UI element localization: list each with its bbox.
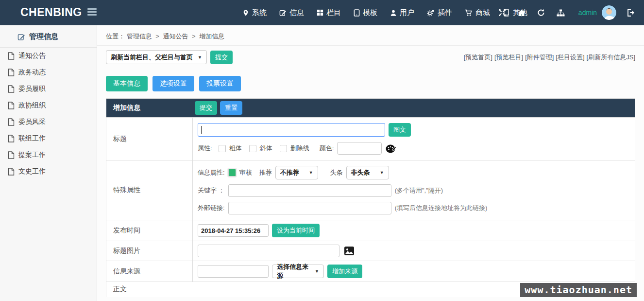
- menu-item-columns[interactable]: 栏目: [317, 8, 341, 18]
- menu-label: 模板: [363, 8, 377, 18]
- file-icon: [8, 102, 15, 109]
- edit-icon: [279, 9, 287, 17]
- refresh-submit-button[interactable]: 提交: [210, 51, 233, 64]
- link-attachment-manage[interactable]: [附件管理]: [525, 53, 554, 62]
- manage-edit-icon: [17, 33, 25, 41]
- row-special-attrs: 特殊属性 信息属性: 审核 推荐 不推荐 ▼ 头条 非头条 ▼: [106, 160, 635, 220]
- avatar[interactable]: [602, 5, 616, 20]
- select-arrow-icon: ▼: [198, 55, 202, 60]
- file-icon: [8, 69, 15, 76]
- select-arrow-icon: ▼: [309, 170, 313, 175]
- file-icon: [8, 135, 15, 142]
- menu-item-shop[interactable]: 商城: [465, 8, 490, 18]
- menu-item-system[interactable]: 系统: [242, 8, 267, 18]
- menu-label: 商城: [475, 8, 490, 18]
- sidebar-item-proposal-work[interactable]: 提案工作: [0, 147, 97, 163]
- audit-checkbox[interactable]: [228, 169, 236, 177]
- strike-checkbox[interactable]: [280, 145, 287, 152]
- sidebar-item-group-work[interactable]: 联组工作: [0, 130, 97, 147]
- refresh-scope-select[interactable]: 刷新当前栏目、父栏目与首页 ▼: [106, 50, 207, 64]
- image-text-button[interactable]: 图文: [389, 123, 411, 137]
- text-caret: [201, 126, 202, 134]
- sidebar-item-history-work[interactable]: 文史工作: [0, 163, 97, 180]
- fullscreen-icon[interactable]: [498, 9, 506, 17]
- sidebar-item-cppcc-org[interactable]: 政协组织: [0, 97, 97, 114]
- tab-option-settings[interactable]: 选项设置: [153, 76, 194, 91]
- headline-value: 非头条: [351, 168, 370, 177]
- link-refresh-all-js[interactable]: [刷新所有信息JS]: [587, 53, 635, 62]
- breadcrumb-part[interactable]: 通知公告: [163, 33, 188, 40]
- breadcrumb: 位置： 管理信息 > 通知公告 > 增加信息: [97, 25, 644, 46]
- external-link-hint: (填写后信息连接地址将为此链接): [395, 204, 488, 212]
- title-image-label: 标题图片: [106, 241, 193, 261]
- strike-label: 删除线: [290, 144, 309, 153]
- grid-icon: [317, 9, 323, 16]
- file-icon: [8, 85, 15, 93]
- palette-icon[interactable]: [385, 143, 397, 154]
- sidebar-item-label: 通知公告: [18, 52, 46, 60]
- sitemap-icon[interactable]: [557, 9, 565, 17]
- italic-checkbox[interactable]: [249, 145, 256, 152]
- link-preview-column[interactable]: [预览栏目]: [494, 53, 523, 62]
- external-link-input[interactable]: [228, 202, 391, 214]
- breadcrumb-separator: >: [155, 33, 159, 40]
- breadcrumb-part[interactable]: 管理信息: [127, 33, 152, 40]
- username[interactable]: admin: [578, 9, 597, 17]
- sidebar-item-member-duty[interactable]: 委员履职: [0, 81, 97, 97]
- menu-item-info[interactable]: 信息: [279, 8, 304, 18]
- select-arrow-icon: ▼: [315, 269, 319, 274]
- recommend-value: 不推荐: [280, 168, 299, 177]
- keyword-input[interactable]: [228, 184, 391, 197]
- form-title: 增加信息: [113, 104, 195, 112]
- form-tabs: 基本信息 选项设置 投票设置: [97, 68, 644, 91]
- info-attr-label: 信息属性:: [198, 168, 225, 177]
- select-arrow-icon: ▼: [380, 170, 384, 175]
- menu-toggle-icon[interactable]: [87, 8, 97, 16]
- title-input[interactable]: [198, 123, 385, 137]
- color-input[interactable]: [337, 142, 382, 155]
- set-current-time-button[interactable]: 设为当前时间: [272, 224, 320, 237]
- menu-item-template[interactable]: 模板: [354, 8, 377, 18]
- link-column-settings[interactable]: [栏目设置]: [556, 53, 584, 62]
- title-label: 标题: [106, 118, 193, 160]
- sidebar-item-label: 政协组织: [18, 101, 46, 110]
- home-icon[interactable]: [518, 9, 525, 17]
- info-source-input[interactable]: [198, 265, 269, 278]
- menu-item-plugins[interactable]: 插件: [427, 8, 452, 18]
- breadcrumb-prefix: 位置：: [106, 33, 125, 40]
- attrs-label: 属性:: [198, 144, 212, 153]
- link-preview-home[interactable]: [预览首页]: [464, 53, 492, 62]
- menu-label: 用户: [400, 8, 414, 18]
- headline-select[interactable]: 非头条 ▼: [346, 166, 389, 179]
- top-navbar: CHENBING 系统 信息 栏目 模板 用户 插件 商城: [0, 0, 644, 25]
- recommend-select[interactable]: 不推荐 ▼: [275, 166, 318, 179]
- refresh-icon[interactable]: [537, 9, 545, 17]
- publish-time-input[interactable]: [198, 224, 269, 237]
- file-icon: [8, 168, 15, 176]
- sidebar-item-member-style[interactable]: 委员风采: [0, 114, 97, 130]
- main-menu: 系统 信息 栏目 模板 用户 插件 商城 其他: [236, 0, 534, 25]
- file-icon: [8, 151, 15, 159]
- form-submit-button[interactable]: 提交: [195, 101, 217, 115]
- tab-basic-info[interactable]: 基本信息: [106, 76, 148, 91]
- menu-item-user[interactable]: 用户: [390, 8, 414, 18]
- info-source-select[interactable]: 选择信息来源 ▼: [272, 265, 324, 278]
- recommend-label: 推荐: [259, 168, 272, 177]
- breadcrumb-separator: >: [192, 33, 196, 40]
- form-reset-button[interactable]: 重置: [220, 101, 242, 115]
- sidebar-item-notice[interactable]: 通知公告: [0, 48, 97, 64]
- sidebar-header-label: 管理信息: [29, 32, 58, 41]
- sidebar-item-gov-news[interactable]: 政务动态: [0, 64, 97, 81]
- tab-vote-settings[interactable]: 投票设置: [199, 76, 241, 91]
- bold-checkbox[interactable]: [219, 145, 226, 152]
- breadcrumb-part: 增加信息: [199, 33, 224, 40]
- keyword-label: 关键字 ：: [198, 186, 225, 195]
- main-content: 位置： 管理信息 > 通知公告 > 增加信息 刷新当前栏目、父栏目与首页 ▼ 提…: [97, 25, 644, 301]
- logout-icon[interactable]: [627, 9, 635, 17]
- title-image-input[interactable]: [198, 245, 339, 257]
- add-source-button[interactable]: 增加来源: [327, 265, 362, 278]
- row-publish-time: 发布时间 设为当前时间: [106, 220, 635, 241]
- brand-logo[interactable]: CHENBING: [20, 6, 82, 19]
- file-icon: [8, 118, 15, 126]
- image-upload-icon[interactable]: [344, 246, 355, 256]
